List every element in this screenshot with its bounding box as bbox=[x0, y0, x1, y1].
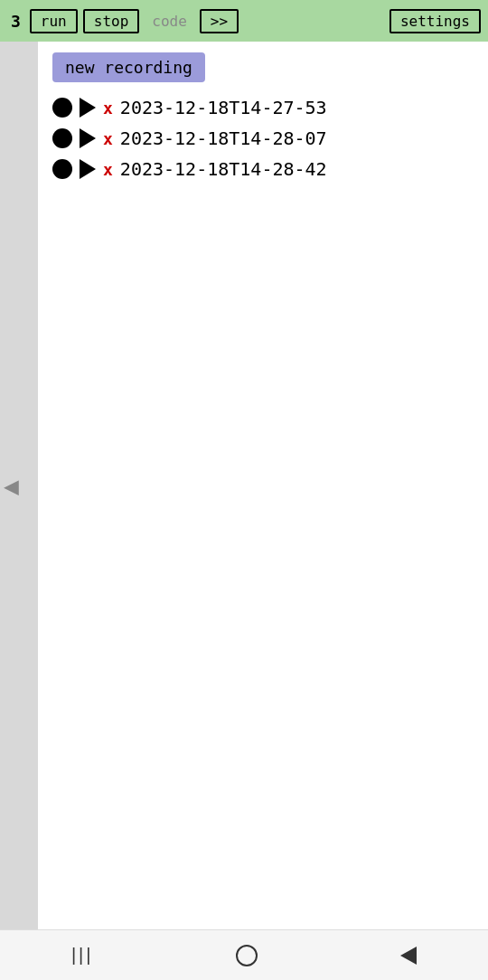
back-nav-icon bbox=[400, 947, 417, 965]
list-item: x 2023-12-18T14-27-53 bbox=[52, 97, 474, 118]
toolbar-number: 3 bbox=[7, 12, 24, 31]
back-arrow-icon[interactable]: ◀ bbox=[4, 471, 19, 501]
record-icon bbox=[52, 159, 72, 179]
play-icon[interactable] bbox=[80, 159, 96, 179]
back-button[interactable] bbox=[382, 939, 435, 972]
recents-icon: ||| bbox=[71, 945, 94, 966]
play-icon[interactable] bbox=[80, 128, 96, 148]
main-content: ◀ new recording x 2023-12-18T14-27-53 x … bbox=[0, 42, 488, 929]
record-icon bbox=[52, 98, 72, 118]
forward-button[interactable]: >> bbox=[200, 9, 239, 33]
delete-icon[interactable]: x bbox=[103, 99, 113, 118]
home-button[interactable] bbox=[218, 938, 276, 974]
recording-label: 2023-12-18T14-28-42 bbox=[120, 158, 327, 180]
code-button[interactable]: code bbox=[145, 11, 194, 32]
record-icon bbox=[52, 128, 72, 148]
list-item: x 2023-12-18T14-28-07 bbox=[52, 127, 474, 149]
delete-icon[interactable]: x bbox=[103, 160, 113, 179]
recording-label: 2023-12-18T14-27-53 bbox=[120, 97, 327, 118]
settings-button[interactable]: settings bbox=[389, 9, 481, 33]
run-button[interactable]: run bbox=[30, 9, 78, 33]
content-panel: new recording x 2023-12-18T14-27-53 x 20… bbox=[38, 42, 488, 929]
bottom-nav: ||| bbox=[0, 929, 488, 980]
home-icon bbox=[236, 945, 258, 966]
delete-icon[interactable]: x bbox=[103, 129, 113, 148]
play-icon[interactable] bbox=[80, 98, 96, 118]
toolbar: 3 run stop code >> settings bbox=[0, 0, 488, 42]
sidebar: ◀ bbox=[0, 42, 38, 929]
recording-list: x 2023-12-18T14-27-53 x 2023-12-18T14-28… bbox=[52, 97, 474, 180]
new-recording-button[interactable]: new recording bbox=[52, 52, 205, 82]
stop-button[interactable]: stop bbox=[83, 9, 140, 33]
list-item: x 2023-12-18T14-28-42 bbox=[52, 158, 474, 180]
recording-label: 2023-12-18T14-28-07 bbox=[120, 127, 327, 149]
recents-button[interactable]: ||| bbox=[53, 938, 112, 973]
